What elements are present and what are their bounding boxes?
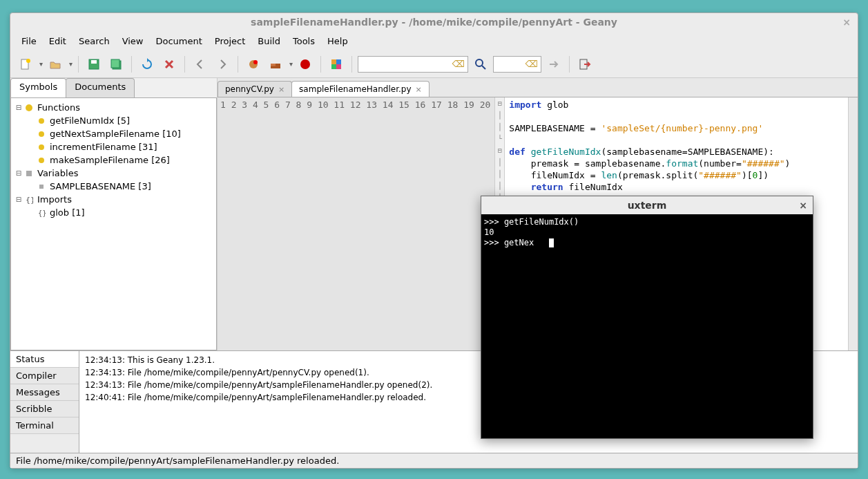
svg-point-7 — [253, 60, 258, 64]
uxterm-body[interactable]: >>> getFileNumIdx() 10 >>> getNex — [481, 214, 813, 438]
save-all-button[interactable] — [106, 55, 126, 74]
close-file-button[interactable] — [160, 55, 179, 74]
symbol-item[interactable]: {}glob [1] — [14, 206, 213, 219]
tree-group-imports[interactable]: ⊟ {} Imports — [14, 193, 213, 206]
bottom-tabs: Status Compiler Messages Scribble Termin… — [10, 351, 79, 453]
svg-rect-12 — [336, 59, 341, 64]
bottom-tab-terminal[interactable]: Terminal — [10, 417, 79, 434]
clear-goto-icon[interactable]: ⌫ — [525, 59, 538, 69]
color-chooser-button[interactable] — [327, 55, 346, 74]
titlebar[interactable]: sampleFilenameHandler.py - /home/mike/co… — [10, 13, 858, 31]
svg-rect-24 — [39, 185, 44, 189]
window-title: sampleFilenameHandler.py - /home/mike/co… — [251, 17, 617, 28]
menu-file[interactable]: File — [16, 35, 42, 48]
nav-back-button[interactable] — [191, 55, 210, 74]
symbols-tree[interactable]: ⊟ Functions getFileNumIdx [5] getNextSam… — [10, 97, 217, 350]
open-file-button[interactable] — [46, 55, 65, 74]
tree-group-functions[interactable]: ⊟ Functions — [14, 101, 213, 114]
variable-icon — [36, 182, 47, 191]
vertical-scrollbar[interactable] — [848, 97, 858, 350]
separator-icon — [78, 56, 79, 73]
save-button[interactable] — [84, 55, 104, 74]
open-file-dropdown-icon[interactable]: ▾ — [69, 60, 73, 68]
functions-icon — [23, 104, 35, 112]
nav-forward-button[interactable] — [213, 55, 232, 74]
bottom-tab-status[interactable]: Status — [10, 351, 79, 368]
quit-button[interactable] — [575, 55, 595, 74]
new-file-dropdown-icon[interactable]: ▾ — [39, 60, 43, 68]
clear-search-icon[interactable]: ⌫ — [452, 59, 465, 69]
build-button[interactable] — [266, 55, 285, 74]
symbol-item[interactable]: getNextSampleFilename [10] — [14, 127, 213, 140]
uxterm-window[interactable]: uxterm × >>> getFileNumIdx() 10 >>> getN… — [481, 196, 813, 439]
find-button[interactable] — [471, 55, 490, 74]
tab-close-icon[interactable]: × — [416, 85, 422, 94]
goto-button[interactable] — [544, 55, 563, 74]
separator-icon — [184, 56, 185, 73]
build-dropdown-icon[interactable]: ▾ — [289, 60, 293, 68]
svg-rect-11 — [331, 59, 336, 64]
toolbar: ▾ ▾ ▾ — [10, 50, 858, 78]
run-button[interactable] — [296, 55, 315, 74]
line-number-gutter[interactable]: 1 2 3 4 5 6 7 8 9 10 11 12 13 14 15 16 1… — [218, 97, 495, 350]
new-file-button[interactable] — [16, 55, 35, 74]
menu-search[interactable]: Search — [73, 35, 115, 48]
tree-group-variables[interactable]: ⊟ Variables — [14, 167, 213, 180]
expander-icon[interactable]: ⊟ — [14, 169, 23, 177]
separator-icon — [131, 56, 132, 73]
sidebar-tab-symbols[interactable]: Symbols — [10, 78, 66, 97]
expander-icon[interactable]: ⊟ — [14, 196, 23, 203]
editor-tab-samplefilenamehandler[interactable]: sampleFilenameHandler.py × — [291, 81, 430, 97]
editor-tabs: pennyCV.py × sampleFilenameHandler.py × — [218, 78, 858, 97]
sidebar-tab-documents[interactable]: Documents — [66, 78, 135, 97]
svg-point-18 — [26, 104, 32, 111]
svg-line-16 — [482, 66, 485, 69]
reload-button[interactable] — [137, 55, 157, 74]
symbol-item[interactable]: getFileNumIdx [5] — [14, 114, 213, 127]
menu-tools[interactable]: Tools — [287, 35, 320, 48]
sidebar: Symbols Documents ⊟ Functions getFileNum… — [10, 78, 218, 350]
sidebar-tabs: Symbols Documents — [10, 78, 217, 97]
statusbar: File /home/mike/compile/pennyArt/sampleF… — [10, 453, 858, 468]
menu-view[interactable]: View — [117, 35, 149, 48]
separator-icon — [238, 56, 238, 73]
svg-rect-23 — [26, 171, 32, 176]
svg-text:{}: {} — [26, 196, 33, 204]
import-icon: {} — [36, 209, 47, 217]
svg-rect-3 — [91, 60, 97, 64]
menu-edit[interactable]: Edit — [44, 35, 72, 48]
function-icon — [36, 156, 47, 165]
symbol-item[interactable]: makeSampleFilename [26] — [14, 153, 213, 167]
window-close-icon[interactable]: × — [842, 17, 851, 28]
separator-icon — [351, 56, 352, 73]
goto-line-input[interactable]: ⌫ — [493, 56, 541, 73]
separator-icon — [569, 56, 570, 73]
function-icon — [36, 143, 47, 151]
bottom-tab-compiler[interactable]: Compiler — [10, 368, 79, 384]
menu-build[interactable]: Build — [252, 35, 286, 48]
svg-rect-13 — [331, 64, 336, 69]
search-input[interactable]: ⌫ — [358, 56, 468, 73]
svg-point-1 — [26, 59, 30, 63]
menu-project[interactable]: Project — [209, 35, 251, 48]
menubar: File Edit Search View Document Project B… — [10, 31, 858, 50]
svg-point-19 — [39, 118, 44, 124]
bottom-tab-messages[interactable]: Messages — [10, 384, 79, 401]
uxterm-titlebar[interactable]: uxterm × — [481, 196, 813, 214]
menu-help[interactable]: Help — [322, 35, 354, 48]
statusbar-text: File /home/mike/compile/pennyArt/sampleF… — [16, 455, 339, 466]
uxterm-close-icon[interactable]: × — [799, 200, 807, 211]
tab-close-icon[interactable]: × — [278, 85, 284, 94]
compile-button[interactable] — [244, 55, 263, 74]
imports-icon: {} — [23, 196, 35, 204]
bottom-tab-scribble[interactable]: Scribble — [10, 401, 79, 417]
expander-icon[interactable]: ⊟ — [14, 104, 23, 111]
symbol-item[interactable]: incrementFilename [31] — [14, 140, 213, 153]
svg-point-15 — [476, 59, 483, 66]
svg-rect-5 — [111, 59, 119, 68]
symbol-item[interactable]: SAMPLEBASENAME [3] — [14, 180, 213, 193]
svg-rect-14 — [336, 64, 341, 69]
menu-document[interactable]: Document — [150, 35, 207, 48]
svg-text:{}: {} — [38, 209, 46, 217]
editor-tab-pennycv[interactable]: pennyCV.py × — [218, 81, 292, 97]
